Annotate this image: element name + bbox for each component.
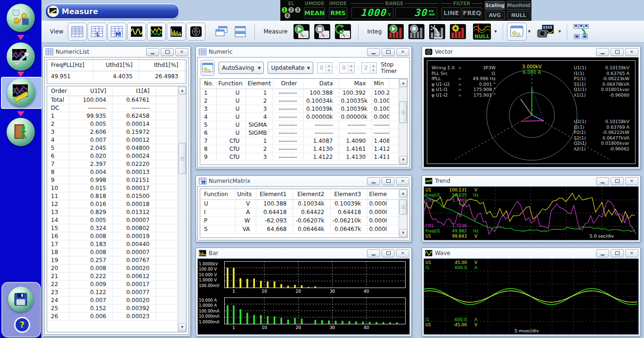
integ-settings-button[interactable] — [448, 24, 467, 40]
capture-dropdown-caret[interactable]: ▼ — [558, 30, 561, 33]
trend-view-button[interactable] — [147, 23, 166, 41]
sidebar-bottom-panel: ? — [1, 282, 41, 338]
minimize-button[interactable] — [367, 249, 380, 257]
numericmatrix-scrollbar[interactable]: ▲ ▼ — [399, 189, 407, 238]
restore-button[interactable] — [382, 48, 395, 56]
stepper-arrows-icon[interactable]: ▲▼ — [370, 63, 376, 73]
cell: 0.257 — [69, 256, 112, 264]
scroll-thumb[interactable] — [399, 101, 407, 123]
scroll-down-icon[interactable]: ▼ — [399, 156, 407, 164]
scroll-up-icon[interactable]: ▲ — [399, 79, 407, 87]
close-icon: ✕ — [630, 50, 634, 54]
timer-hours-stepper[interactable]: 0 ▲▼ — [317, 62, 333, 74]
close-button[interactable]: ✕ — [625, 249, 638, 257]
numeric-settings-button[interactable]: ⚙ ⚙ — [201, 60, 215, 76]
restore-button[interactable] — [382, 249, 395, 257]
vector-readout-row: S1(1)0.06478kVA — [574, 82, 629, 87]
bar-view-button[interactable] — [167, 23, 186, 41]
minimize-button[interactable] — [367, 48, 380, 56]
stop-timer-button[interactable]: Stop Timer — [381, 61, 407, 74]
numeric-scrollbar[interactable]: ▲ ▼ — [399, 79, 407, 165]
restore-button[interactable] — [382, 177, 395, 185]
close-button[interactable]: ✕ — [625, 48, 638, 56]
stepper-arrows-icon[interactable]: ▲▼ — [348, 63, 354, 73]
save-button[interactable] — [8, 287, 33, 312]
minimize-button[interactable] — [596, 249, 609, 257]
scroll-down-icon[interactable]: ▼ — [399, 229, 407, 237]
connect-step-button[interactable] — [7, 4, 35, 32]
close-button[interactable]: ✕ — [175, 48, 188, 56]
measure-update-button[interactable] — [334, 24, 352, 40]
scroll-down-icon[interactable]: ▼ — [179, 323, 186, 331]
numericlist-scrollbar[interactable]: ▲ ▼ — [178, 86, 186, 332]
cell: 0.00014 — [112, 120, 155, 128]
exit-step-button[interactable] — [7, 118, 35, 146]
settings-step-button[interactable] — [7, 42, 35, 71]
window-wave-titlebar[interactable]: Wave ✕ — [422, 248, 640, 258]
integ-stop-button[interactable] — [407, 24, 426, 40]
minimize-button[interactable] — [596, 177, 609, 185]
restore-button[interactable] — [611, 249, 624, 257]
tile-windows-button[interactable] — [232, 24, 249, 40]
measure-step-button[interactable] — [7, 78, 35, 107]
restore-icon — [386, 179, 391, 183]
cell: 21 — [47, 272, 69, 280]
restore-button[interactable] — [611, 48, 624, 56]
settings-button[interactable]: ⚙ ⚙ — [507, 23, 527, 41]
close-button[interactable]: ✕ — [396, 249, 409, 257]
table-row: 40.0070.00012 — [47, 136, 186, 144]
autosaving-dropdown[interactable]: AutoSaving▼ — [219, 62, 264, 74]
vector-voltage-scale: 3.000kV — [513, 64, 551, 69]
wave-view-button[interactable] — [127, 23, 146, 41]
minimize-button[interactable] — [146, 48, 159, 56]
close-button[interactable]: ✕ — [396, 48, 409, 56]
scroll-thumb[interactable] — [399, 199, 407, 214]
cell: --------- — [372, 121, 389, 129]
integ-start-button[interactable] — [386, 24, 405, 40]
vector-readout-row: P1(1)-0.06223kW — [574, 76, 629, 82]
transfer-button[interactable] — [571, 24, 593, 40]
table-row: 199.9350.62458 — [47, 112, 186, 120]
capture-button[interactable] — [535, 24, 556, 40]
window-vector-titlebar[interactable]: Vector ✕ — [422, 47, 640, 57]
cell: --------- — [69, 104, 112, 112]
close-button[interactable]: ✕ — [625, 177, 638, 185]
restore-button[interactable] — [161, 48, 174, 56]
help-label: ? — [20, 320, 24, 330]
vector-readout-row: λ2(1)-0.96062 — [574, 146, 629, 152]
help-button[interactable]: ? — [14, 317, 30, 333]
window-trend-titlebar[interactable]: Trend ✕ — [422, 176, 640, 186]
cascade-windows-button[interactable] — [213, 24, 230, 40]
null-dropdown-caret[interactable]: ▼ — [494, 30, 497, 33]
timer-seconds-stepper[interactable]: 2 ▲▼ — [361, 62, 377, 74]
numeric-l-view-button[interactable]: L — [88, 23, 106, 41]
close-button[interactable]: ✕ — [396, 177, 409, 185]
window-numeric-titlebar[interactable]: Numeric ✕ — [196, 47, 411, 57]
timer-minutes-stepper[interactable]: 0 ▲▼ — [339, 62, 355, 74]
vector-view-button[interactable] — [187, 23, 205, 41]
integ-reset-button[interactable] — [428, 24, 447, 40]
window-bar-titlebar[interactable]: Bar ✕ — [196, 248, 411, 258]
cell: 0.008 — [69, 264, 112, 272]
phasor-u1 — [521, 99, 532, 115]
cell: 9 — [47, 176, 69, 184]
numeric-matrix-view-button[interactable]: M — [107, 23, 126, 41]
updaterate-dropdown[interactable]: UpdateRate▼ — [268, 62, 313, 74]
cell: 11 — [47, 192, 69, 200]
scroll-up-icon[interactable]: ▲ — [179, 87, 186, 95]
null-button[interactable]: NULL — [472, 24, 492, 40]
scroll-up-icon[interactable]: ▲ — [399, 190, 407, 198]
table-row: 140.0050.00007 — [47, 216, 186, 224]
settings-dropdown-caret[interactable]: ▼ — [528, 30, 530, 33]
stepper-arrows-icon[interactable]: ▲▼ — [326, 63, 332, 73]
window-numericmatrix-titlebar[interactable]: M NumericMatrix ✕ — [196, 176, 411, 186]
scroll-thumb[interactable] — [179, 143, 186, 174]
window-numericlist-titlebar[interactable]: NumericList ✕ — [43, 47, 190, 57]
measure-start-button[interactable] — [292, 24, 311, 40]
measure-stop-button[interactable] — [313, 24, 332, 40]
minimize-button[interactable] — [367, 177, 380, 185]
minimize-button[interactable] — [596, 48, 609, 56]
timer-colon: : — [357, 65, 359, 71]
numeric-list-view-button[interactable] — [68, 23, 87, 41]
restore-button[interactable] — [611, 177, 624, 185]
